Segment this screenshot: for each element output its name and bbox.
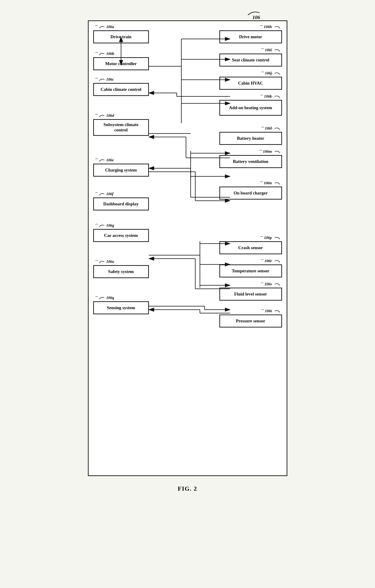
label-106i: 106i bbox=[261, 48, 280, 52]
label-106s: 106s bbox=[260, 282, 280, 286]
diagram-wrapper: 106a Drive train 106b Motor controller bbox=[88, 21, 287, 476]
node-wrapper-106n: 106n On board charger bbox=[219, 187, 282, 200]
label-106q: 106q bbox=[95, 295, 114, 300]
node-wrapper-106s: 106s Fluid level sensor bbox=[219, 288, 282, 301]
label-106e: 106e bbox=[95, 158, 114, 162]
node-on-board-charger: 106n On board charger bbox=[219, 187, 282, 200]
label-106g: 106g bbox=[95, 223, 114, 228]
label-106n: 106n bbox=[260, 181, 280, 185]
node-wrapper-106j: 106j Cabin HVAC bbox=[219, 77, 282, 90]
node-safety-system: 106o Safety system bbox=[93, 265, 149, 278]
node-wrapper-106f: 106f Dashboard display bbox=[93, 198, 149, 210]
label-106t: 106t bbox=[261, 309, 280, 313]
node-wrapper-106b: 106b Motor controller bbox=[93, 57, 149, 70]
left-col: 106a Drive train 106b Motor controller bbox=[93, 28, 149, 468]
label-106l: 106l bbox=[261, 126, 280, 131]
node-drive-train: 106a Drive train bbox=[93, 30, 149, 43]
label-106h: 106h bbox=[260, 25, 280, 29]
node-wrapper-106m: 106m Battery ventilation bbox=[219, 155, 282, 168]
top-label: 106 bbox=[253, 14, 260, 21]
node-cabin-hvac: 106j Cabin HVAC bbox=[219, 77, 282, 90]
node-wrapper-106i: 106i Seat climate control bbox=[219, 53, 282, 66]
node-motor-controller: 106b Motor controller bbox=[93, 57, 149, 70]
node-wrapper-106r: 106r Temperature sensor bbox=[219, 264, 282, 277]
node-wrapper-106c: 106c Cabin climate control bbox=[93, 83, 149, 96]
node-drive-motor: 106h Drive motor bbox=[219, 30, 282, 43]
node-battery-heater: 106l Battery heater bbox=[219, 132, 282, 145]
node-seat-climate-control: 106i Seat climate control bbox=[219, 53, 282, 66]
node-wrapper-106p: 106p Crash sensor bbox=[219, 241, 282, 254]
diagram-box: 106a Drive train 106b Motor controller bbox=[88, 21, 287, 476]
label-106m: 106m bbox=[259, 149, 280, 154]
label-106r: 106r bbox=[260, 259, 280, 263]
label-106o: 106o bbox=[95, 259, 114, 264]
node-subsystem-climate-control: 106d Subsystem climate control bbox=[93, 119, 149, 136]
node-wrapper-106e: 106e Charging system bbox=[93, 164, 149, 177]
node-wrapper-106o: 106o Safety system bbox=[93, 265, 149, 278]
node-wrapper-106d: 106d Subsystem climate control bbox=[93, 119, 149, 136]
label-106k: 106k bbox=[260, 94, 280, 99]
node-wrapper-106t: 106t Pressure sensor bbox=[219, 315, 282, 327]
node-car-access-system: 106g Car access system bbox=[93, 229, 149, 242]
node-wrapper-106k: 106k Add-on heating system bbox=[219, 100, 282, 116]
label-106c: 106c bbox=[95, 77, 114, 82]
node-dashboard-display: 106f Dashboard display bbox=[93, 198, 149, 210]
node-crash-sensor: 106p Crash sensor bbox=[219, 241, 282, 254]
label-106j: 106j bbox=[261, 71, 280, 75]
node-pressure-sensor: 106t Pressure sensor bbox=[219, 315, 282, 327]
node-wrapper-106h: 106h Drive motor bbox=[219, 30, 282, 43]
page-container: 106 106a Drive train bbox=[83, 9, 292, 492]
node-add-on-heating-system: 106k Add-on heating system bbox=[219, 100, 282, 116]
label-106b: 106b bbox=[95, 52, 114, 56]
node-charging-system: 106e Charging system bbox=[93, 164, 149, 177]
right-col: 106h Drive motor 106i Seat climate contr… bbox=[219, 28, 282, 468]
node-cabin-climate-control: 106c Cabin climate control bbox=[93, 83, 149, 96]
node-temperature-sensor: 106r Temperature sensor bbox=[219, 264, 282, 277]
label-106f: 106f bbox=[95, 192, 114, 196]
label-106d: 106d bbox=[95, 113, 114, 118]
node-wrapper-106l: 106l Battery heater bbox=[219, 132, 282, 145]
node-wrapper-106q: 106q Sensing system bbox=[93, 301, 149, 314]
label-106a: 106a bbox=[95, 25, 114, 29]
node-sensing-system: 106q Sensing system bbox=[93, 301, 149, 314]
node-wrapper-106g: 106g Car access system bbox=[93, 229, 149, 242]
fig-label: FIG. 2 bbox=[178, 485, 197, 492]
node-fluid-level-sensor: 106s Fluid level sensor bbox=[219, 288, 282, 301]
node-wrapper-106a: 106a Drive train bbox=[93, 30, 149, 43]
label-106p: 106p bbox=[260, 235, 280, 240]
node-battery-ventilation: 106m Battery ventilation bbox=[219, 155, 282, 168]
